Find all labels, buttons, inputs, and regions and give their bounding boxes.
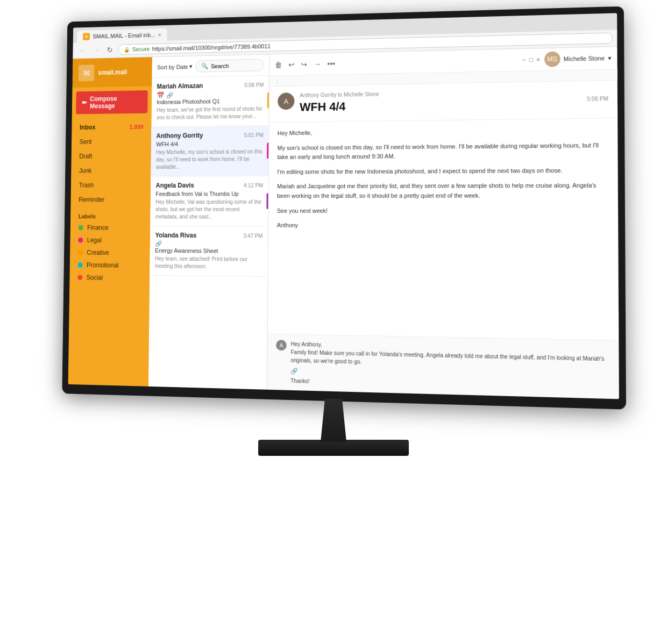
back-button[interactable]: ←: [77, 45, 88, 56]
creative-label: Creative: [87, 249, 109, 256]
sender-avatar: A: [278, 92, 294, 110]
forward-icon[interactable]: →: [314, 60, 321, 68]
reply-avatar-letter: A: [276, 340, 287, 350]
email-indicator-2: [267, 142, 268, 159]
email-card-3[interactable]: Angela Davis 4:12 PM Feedback from Val i…: [150, 176, 268, 227]
sidebar-item-junk[interactable]: Junk: [71, 163, 151, 178]
email-subject-2: WFH 4/4: [156, 140, 263, 148]
email-body: Hey Michelle, My son's school is closed …: [268, 118, 619, 340]
junk-label: Junk: [79, 167, 91, 175]
email-indicator-1: [267, 92, 269, 109]
email-card-header-3: Angela Davis 4:12 PM: [155, 182, 263, 189]
email-sender-4: Yolanda Rivas: [155, 232, 196, 239]
browser-tab[interactable]: ✉ SMAIL.MAIL - Email inb... ×: [77, 28, 167, 43]
draft-label: Draft: [79, 153, 92, 160]
creative-dot: [78, 250, 83, 255]
email-time-1: 5:06 PM: [244, 82, 264, 88]
finance-label: Finance: [87, 224, 109, 232]
reply-content: Hey Anthony, Family first! Make sure you…: [290, 340, 609, 372]
promotional-label: Promotional: [87, 261, 119, 269]
labels-section: Labels: [70, 209, 151, 221]
label-social[interactable]: Social: [69, 271, 150, 284]
sort-label: Sort by Date: [157, 63, 188, 70]
email-card-header-4: Yolanda Rivas 3:47 PM: [155, 232, 262, 240]
delete-icon[interactable]: 🗑: [275, 61, 282, 69]
inbox-label: Inbox: [80, 124, 96, 131]
email-sender-3: Angela Davis: [155, 182, 194, 189]
url-secure-label: Secure: [132, 46, 150, 52]
refresh-button[interactable]: ↻: [104, 44, 116, 56]
minimize-btn[interactable]: −: [522, 56, 526, 63]
email-time-2: 5:01 PM: [244, 132, 264, 138]
email-subject-3: Feedback from Val is Thumbs Up: [155, 190, 263, 197]
email-list: Sort by Date ▾ 🔍 Search Mariah Almazan 5…: [148, 54, 269, 389]
reply-all-icon[interactable]: ↪: [301, 60, 307, 69]
detail-date: 5:06 PM: [587, 96, 608, 102]
user-name: Michelle Stone: [564, 55, 605, 62]
email-preview-2: Hey Michelle, my son's school is closed …: [156, 148, 264, 170]
calendar-icon-1: 📅: [157, 91, 164, 99]
email-card-2[interactable]: Anthony Gorrity 5:01 PM WFH 4/4 Hey Mich…: [151, 126, 268, 177]
secure-icon: 🔒: [124, 47, 130, 53]
sidebar-item-draft[interactable]: Draft: [72, 148, 151, 163]
compose-button[interactable]: ✏ Compose Message: [76, 90, 148, 114]
email-detail: 🗑 ↩ ↪ → ••• − □ ×: [267, 47, 619, 399]
label-legal[interactable]: Legal: [70, 234, 150, 247]
search-icon: 🔍: [201, 63, 208, 70]
more-icon[interactable]: •••: [327, 60, 335, 68]
email-preview-4: Hey team, see attached! Print before our…: [155, 255, 262, 271]
toolbar-actions: 🗑 ↩ ↪ → •••: [275, 60, 335, 69]
email-time-3: 4:12 PM: [244, 182, 263, 188]
email-card-header-1: Mariah Almazan 5:06 PM: [157, 81, 264, 90]
attach-icon-4: 🔗: [155, 240, 162, 247]
sidebar-item-trash[interactable]: Trash: [71, 178, 151, 193]
monitor-screen: ✉ SMAIL.MAIL - Email inb... × ← → ↻ 🔒 Se…: [68, 13, 619, 399]
compose-icon: ✏: [82, 99, 87, 106]
email-sender-2: Anthony Gorrity: [157, 132, 203, 140]
maximize-btn[interactable]: □: [529, 56, 533, 63]
compose-label: Compose Message: [90, 95, 142, 110]
sidebar-item-sent[interactable]: Sent: [72, 134, 151, 149]
tab-favicon: ✉: [83, 33, 90, 40]
email-subject-4: Energy Awareness Sheet: [155, 247, 262, 254]
reply-row: A Hey Anthony, Family first! Make sure y…: [276, 340, 609, 371]
window-controls: − □ ×: [522, 56, 540, 63]
search-placeholder: Search: [211, 62, 229, 69]
body-para-4: See you next week!: [277, 206, 609, 216]
label-creative[interactable]: Creative: [70, 246, 150, 259]
email-indicator-3: [266, 193, 268, 209]
sidebar-item-inbox[interactable]: Inbox 1,939: [72, 119, 151, 135]
reply-icon[interactable]: ↩: [288, 60, 295, 69]
email-time-4: 3:47 PM: [243, 233, 262, 239]
sent-label: Sent: [80, 138, 92, 146]
subject-row: WFH 4/4 5:06 PM: [300, 96, 608, 116]
legal-label: Legal: [87, 237, 102, 244]
promotional-dot: [77, 262, 82, 268]
close-btn[interactable]: ×: [536, 56, 540, 62]
tab-close-btn[interactable]: ×: [158, 32, 161, 38]
trash-label: Trash: [79, 182, 94, 189]
email-card-header-2: Anthony Gorrity 5:01 PM: [157, 131, 264, 140]
logo-text: smail.mail: [98, 68, 127, 76]
forward-button[interactable]: →: [90, 45, 101, 56]
monitor-stand-base: [258, 440, 409, 456]
monitor-frame: ✉ SMAIL.MAIL - Email inb... × ← → ↻ 🔒 Se…: [62, 6, 626, 410]
more-options-icon[interactable]: ⋮: [275, 78, 280, 84]
body-para-3: Mariah and Jacqueline got me their prior…: [277, 181, 609, 201]
sidebar-item-reminder[interactable]: Reminder: [70, 192, 151, 207]
email-preview-1: Hey team, we've got the first round of s…: [157, 105, 264, 121]
detail-subject: WFH 4/4: [300, 100, 346, 115]
legal-dot: [78, 238, 83, 243]
email-card-4[interactable]: Yolanda Rivas 3:47 PM 🔗 Energy Awareness…: [150, 226, 268, 277]
reminder-label: Reminder: [79, 196, 104, 204]
link-icon-1: 🔗: [166, 92, 173, 99]
search-bar[interactable]: 🔍 Search: [196, 59, 264, 72]
label-finance[interactable]: Finance: [70, 221, 151, 234]
email-card-1[interactable]: Mariah Almazan 5:06 PM 📅 🔗 Indonesia Pho…: [151, 76, 269, 127]
attach-icon: 🔗: [290, 368, 298, 375]
sidebar-nav: Inbox 1,939 Sent Draft Junk: [70, 117, 151, 209]
body-greeting: Hey Michelle,: [278, 125, 608, 138]
label-promotional[interactable]: Promotional: [70, 259, 150, 272]
sidebar: ✉ smail.mail ✏ Compose Message Inbox 1,9…: [68, 57, 152, 387]
sort-button[interactable]: Sort by Date ▾: [157, 63, 193, 70]
